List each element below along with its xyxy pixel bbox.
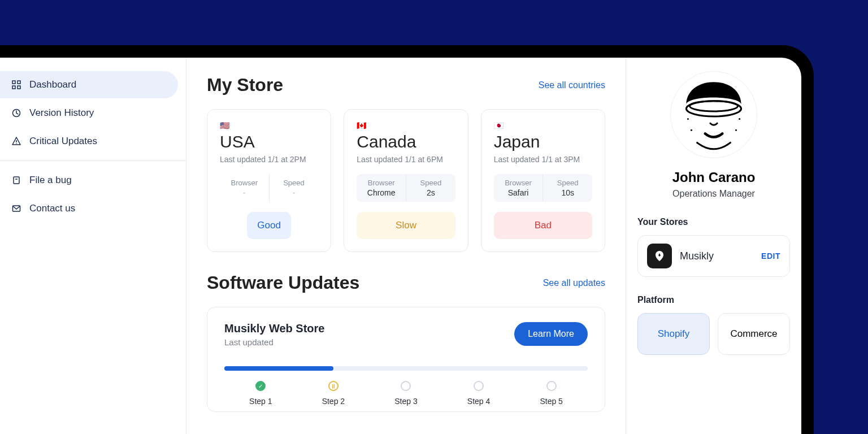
sidebar-divider <box>0 160 186 161</box>
store-logo-icon <box>647 244 672 268</box>
speed-value: - <box>272 188 316 197</box>
browser-label: Browser <box>496 179 541 187</box>
last-updated: Last updated 1/1 at 3PM <box>494 155 592 164</box>
metrics: Browser Chrome Speed 2s <box>357 174 455 202</box>
metrics: Browser - Speed - <box>220 174 318 202</box>
flag-icon: 🇯🇵 <box>494 121 592 130</box>
user-role: Operations Manager <box>637 189 790 199</box>
app-screen: Dashboard Version History Critical Updat… <box>0 58 801 434</box>
edit-store-link[interactable]: EDIT <box>761 251 780 261</box>
step-dot-icon <box>546 381 557 391</box>
sidebar-item-critical-updates[interactable]: Critical Updates <box>0 128 178 155</box>
progress-step: Step 3 <box>370 381 442 406</box>
svg-point-14 <box>739 118 740 120</box>
see-all-updates-link[interactable]: See all updates <box>543 278 605 288</box>
progress-step: Step 5 <box>515 381 588 406</box>
last-updated: Last updated 1/1 at 2PM <box>220 155 318 164</box>
svg-rect-2 <box>12 86 15 89</box>
steps-row: ✓ Step 1 ⏸ Step 2 Step 3 Step 4 Step 5 <box>224 381 588 406</box>
step-dot-icon: ⏸ <box>328 381 338 391</box>
step-dot-icon: ✓ <box>255 381 266 391</box>
browser-label: Browser <box>222 179 267 187</box>
sidebar-item-file-bug[interactable]: File a bug <box>0 167 178 194</box>
sidebar-item-label: Version History <box>29 107 94 119</box>
step-label: Step 2 <box>297 397 370 406</box>
country-name: Japan <box>494 132 592 151</box>
sidebar: Dashboard Version History Critical Updat… <box>0 58 186 434</box>
updates-panel: Musikly Web Store Last updated Learn Mor… <box>207 307 605 412</box>
store-row[interactable]: Musikly EDIT <box>637 235 790 277</box>
platform-option[interactable]: Commerce <box>718 313 790 355</box>
svg-rect-1 <box>18 81 20 84</box>
country-card[interactable]: 🇺🇸 USA Last updated 1/1 at 2PM Browser -… <box>207 109 331 252</box>
country-name: USA <box>220 132 318 151</box>
sidebar-item-contact[interactable]: Contact us <box>0 195 178 222</box>
sidebar-item-version-history[interactable]: Version History <box>0 99 178 127</box>
software-updates-title: Software Updates <box>207 272 359 293</box>
step-dot-icon <box>474 381 484 391</box>
svg-rect-3 <box>18 86 20 89</box>
sidebar-item-label: Dashboard <box>29 79 76 90</box>
step-label: Step 5 <box>515 397 588 406</box>
sidebar-item-dashboard[interactable]: Dashboard <box>0 71 178 98</box>
sidebar-item-label: File a bug <box>29 175 72 186</box>
step-dot-icon <box>401 381 411 391</box>
browser-value: Chrome <box>359 188 403 197</box>
platform-option[interactable]: Shopify <box>637 313 710 355</box>
progress-fill <box>224 366 333 371</box>
browser-value: - <box>222 188 267 197</box>
updates-panel-subtitle: Last updated <box>224 337 324 347</box>
browser-label: Browser <box>359 179 403 187</box>
step-label: Step 4 <box>442 397 515 406</box>
speed-value: 2s <box>409 188 453 197</box>
country-card[interactable]: 🇨🇦 Canada Last updated 1/1 at 6PM Browse… <box>344 109 468 252</box>
main-content: My Store See all countries 🇺🇸 USA Last u… <box>186 58 626 434</box>
mail-icon <box>11 204 21 213</box>
progress-step: ⏸ Step 2 <box>297 381 370 406</box>
speed-label: Speed <box>409 179 453 187</box>
status-badge: Good <box>247 212 291 239</box>
device-frame: Dashboard Version History Critical Updat… <box>0 45 814 434</box>
status-badge: Bad <box>494 212 592 239</box>
see-all-countries-link[interactable]: See all countries <box>539 80 605 90</box>
country-card[interactable]: 🇯🇵 Japan Last updated 1/1 at 3PM Browser… <box>481 109 605 252</box>
svg-point-16 <box>735 129 737 131</box>
learn-more-button[interactable]: Learn More <box>514 322 588 346</box>
progress-step: Step 4 <box>442 381 515 406</box>
svg-rect-0 <box>12 81 15 84</box>
progress-bar <box>224 366 588 371</box>
last-updated: Last updated 1/1 at 6PM <box>357 155 455 164</box>
svg-rect-7 <box>14 177 19 184</box>
avatar <box>670 71 757 158</box>
store-name: Musikly <box>680 250 753 262</box>
mystore-title: My Store <box>207 75 283 96</box>
flag-icon: 🇺🇸 <box>220 121 318 130</box>
step-label: Step 3 <box>370 397 442 406</box>
svg-point-15 <box>691 129 692 131</box>
speed-label: Speed <box>545 179 590 187</box>
speed-value: 10s <box>545 188 590 197</box>
svg-point-6 <box>16 143 17 144</box>
platform-title: Platform <box>637 295 790 305</box>
status-badge: Slow <box>357 212 455 239</box>
progress-step: ✓ Step 1 <box>224 381 297 406</box>
speed-label: Speed <box>272 179 316 187</box>
user-name: John Carano <box>637 170 790 185</box>
flag-icon: 🇨🇦 <box>357 121 455 130</box>
svg-point-13 <box>687 118 689 120</box>
history-icon <box>11 108 21 118</box>
your-stores-title: Your Stores <box>637 217 790 227</box>
country-cards: 🇺🇸 USA Last updated 1/1 at 2PM Browser -… <box>207 109 605 252</box>
step-label: Step 1 <box>224 397 297 406</box>
platforms-row: ShopifyCommerce <box>637 313 790 355</box>
bug-icon <box>11 176 21 185</box>
metrics: Browser Safari Speed 10s <box>494 174 592 202</box>
updates-panel-title: Musikly Web Store <box>224 322 324 335</box>
dashboard-icon <box>11 80 21 89</box>
browser-value: Safari <box>496 188 541 197</box>
sidebar-item-label: Contact us <box>29 203 75 214</box>
country-name: Canada <box>357 132 455 151</box>
alert-icon <box>11 137 21 146</box>
sidebar-item-label: Critical Updates <box>29 136 97 147</box>
profile-panel: John Carano Operations Manager Your Stor… <box>626 58 801 434</box>
